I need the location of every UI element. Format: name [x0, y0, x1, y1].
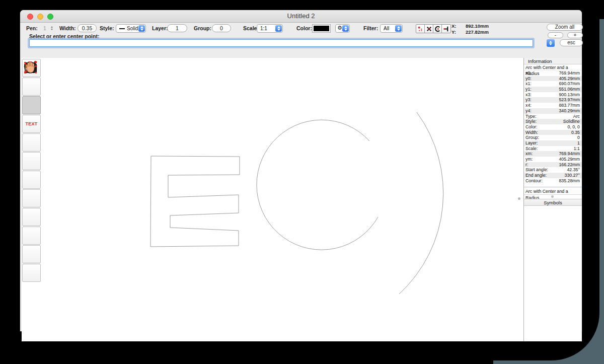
- tool-palette: r r TEXT: [22, 59, 41, 282]
- command-input[interactable]: [29, 39, 533, 47]
- polyline-tool-button[interactable]: [22, 245, 41, 263]
- cursor-y-value: 227.82mm: [466, 29, 489, 35]
- snap-endpoint-button[interactable]: [442, 25, 450, 33]
- solid-line-icon: [119, 28, 125, 29]
- info-row: Width:0.35: [524, 130, 582, 135]
- input-history-stepper[interactable]: [547, 39, 555, 47]
- titlebar[interactable]: Untitled 2: [20, 10, 582, 23]
- center-c-icon: [434, 25, 441, 33]
- zoom-out-button[interactable]: -: [548, 32, 563, 38]
- copy-entity-tool-button[interactable]: [22, 171, 41, 189]
- hatch-tool-button[interactable]: [22, 227, 41, 245]
- info-row: Color:0, 0, 0: [524, 124, 582, 130]
- info-row: Type:Arc: [524, 114, 582, 119]
- pen-stepper[interactable]: [49, 25, 54, 32]
- outer-arc[interactable]: [399, 112, 443, 294]
- section-resize-handle[interactable]: [551, 195, 554, 198]
- pen-value: 1: [43, 25, 46, 32]
- color-label: Color:: [296, 25, 312, 32]
- info-row: y3:523.97mm: [524, 97, 582, 103]
- info-row: Scale:1:1: [524, 146, 582, 152]
- info-row: xm:769.94mm: [524, 151, 582, 157]
- toolbar: Pen: 1 Width: 0.35 Style: Solid Layer: 1…: [20, 23, 582, 58]
- info-rows: x0:769.94mm y0:405.29mm x1:690.07mm y1:5…: [524, 70, 582, 183]
- screen: Untitled 2 Pen: 1 Width: 0.35 Style: Sol…: [0, 0, 604, 364]
- layer-label: Layer:: [152, 25, 168, 32]
- info-row: Group:0: [524, 135, 582, 140]
- information-header: Information: [524, 58, 582, 64]
- filter-label: Filter:: [363, 25, 378, 32]
- window-title: Untitled 2: [20, 10, 582, 22]
- info-row: x1:690.07mm: [524, 81, 582, 87]
- divider: [524, 187, 582, 187]
- group-label: Group:: [194, 25, 211, 32]
- cursor-x-value: 892.10mm: [466, 23, 489, 29]
- drawing-layer: [22, 58, 523, 341]
- chevron-updown-icon: [138, 25, 145, 32]
- chevron-updown-icon: [342, 25, 349, 32]
- settings-popup[interactable]: ⚙: [335, 24, 350, 33]
- width-field[interactable]: 0.35: [78, 24, 97, 32]
- intersection-x-icon: [425, 25, 433, 33]
- ortho-line-tool-button[interactable]: [22, 152, 41, 170]
- chevron-updown-icon: [275, 25, 282, 32]
- zoom-button[interactable]: [47, 14, 53, 20]
- filter-popup[interactable]: All: [380, 24, 403, 33]
- minimize-button[interactable]: [37, 14, 43, 20]
- info-row: y1:551.06mm: [524, 87, 582, 92]
- info-row: x4:883.77mm: [524, 103, 582, 108]
- escape-button[interactable]: esc: [560, 39, 583, 46]
- chevron-updown-icon: [395, 25, 402, 32]
- cursor-y-label: Y:: [451, 29, 456, 35]
- pan-tool-button[interactable]: [22, 264, 41, 282]
- info-row: y0:405.29mm: [524, 76, 582, 82]
- cursor-x-label: X:: [451, 23, 457, 29]
- gear-icon: ⚙: [337, 24, 342, 32]
- style-label: Style:: [100, 25, 114, 32]
- window-shadow: [598, 0, 604, 19]
- app-window: Untitled 2 Pen: 1 Width: 0.35 Style: Sol…: [20, 10, 582, 331]
- polygon-tool-button[interactable]: x: [22, 133, 41, 152]
- snap-center-button[interactable]: [433, 25, 442, 33]
- active-tool-status: Arc with Center and a Radius: [524, 188, 582, 195]
- info-row: Contour:835.28mm: [524, 178, 582, 184]
- circle-radius-tool-button[interactable]: r: [22, 78, 41, 96]
- pen-label: Pen:: [26, 25, 38, 32]
- layer-field[interactable]: 1: [167, 24, 187, 32]
- scale-popup[interactable]: 1:1: [257, 24, 283, 33]
- information-panel: Information Arc with Center and a Radius…: [523, 58, 582, 341]
- letter-e-polyline[interactable]: [150, 156, 240, 247]
- snap-grid-button[interactable]: [416, 25, 425, 33]
- selected-arc[interactable]: [257, 120, 378, 250]
- close-button[interactable]: [27, 14, 33, 20]
- info-row: Style:Solidline: [524, 119, 582, 124]
- window-shadow: [0, 360, 493, 364]
- drawing-canvas[interactable]: r r TEXT: [22, 58, 523, 341]
- style-popup[interactable]: Solid: [116, 24, 146, 33]
- info-row: End angle:330.27°: [524, 173, 582, 178]
- prompt-label: Select or enter center point:: [29, 33, 99, 39]
- modify-entity-tool-button[interactable]: x: [22, 189, 41, 207]
- info-row: x3:900.13mm: [524, 92, 582, 98]
- panel-collapse-handle[interactable]: [518, 197, 520, 200]
- color-swatch: [314, 26, 329, 31]
- snap-intersection-button[interactable]: [425, 25, 433, 33]
- group-field[interactable]: 0: [212, 24, 231, 32]
- info-row: ym:405.29mm: [524, 157, 582, 162]
- hand-pan-icon: [22, 59, 39, 76]
- grid-points-icon: [417, 25, 424, 33]
- entity-type-subtitle: Arc with Center and a Radius: [524, 64, 582, 70]
- color-well[interactable]: [312, 24, 331, 33]
- info-row: y4:340.29mm: [524, 108, 582, 114]
- snap-button-group: [416, 24, 451, 33]
- width-label: Width:: [59, 25, 76, 32]
- symbols-header[interactable]: Symbols: [524, 199, 582, 206]
- zoom-all-button[interactable]: Zoom all: [547, 24, 583, 31]
- main-area: r r TEXT: [20, 58, 582, 331]
- delete-tool-button[interactable]: [22, 208, 41, 226]
- endpoint-icon: [442, 25, 450, 33]
- info-row: Layer:1: [524, 140, 582, 146]
- zoom-in-button[interactable]: +: [567, 32, 583, 38]
- text-tool-button[interactable]: TEXT: [22, 115, 41, 133]
- arc-radius-tool-button[interactable]: r: [22, 96, 41, 114]
